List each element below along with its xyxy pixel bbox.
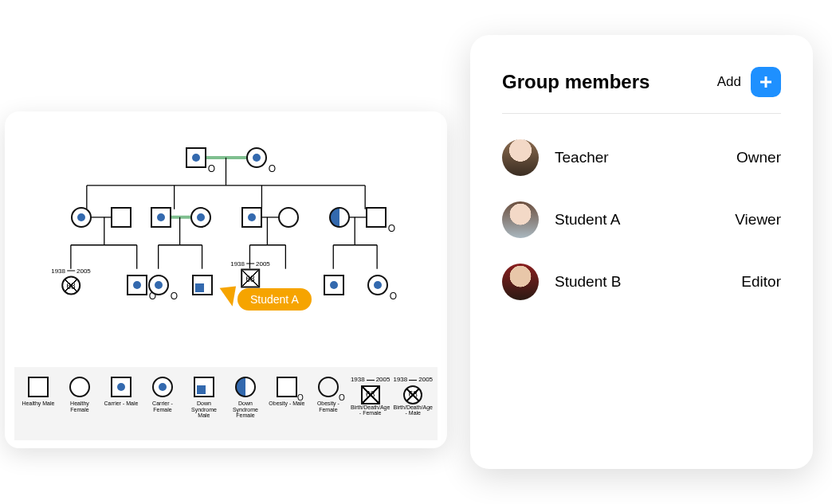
pedigree-node[interactable] <box>241 207 262 228</box>
legend-item[interactable]: 19382005 68 Birth/Death/Age - Female <box>351 377 390 416</box>
avatar <box>502 139 539 176</box>
add-label: Add <box>717 74 741 90</box>
born-year: 1938 <box>51 268 65 275</box>
legend-label: Birth/Death/Age - Male <box>394 404 433 416</box>
died-year: 2005 <box>256 260 270 268</box>
pedigree-node[interactable] <box>151 207 171 228</box>
legend-item[interactable]: Healthy Female <box>61 377 99 412</box>
member-row[interactable]: Student B Editor <box>502 251 781 313</box>
pedigree-node[interactable]: O <box>148 275 169 295</box>
legend-item[interactable]: OObesity - Female <box>309 377 347 412</box>
pedigree-diagram-card: O O O 19382005 68 O O 19382005 68 O Stud… <box>5 111 447 448</box>
pedigree-node[interactable] <box>190 207 211 228</box>
legend-item[interactable]: 19382005 68 Birth/Death/Age - Male <box>393 377 433 416</box>
avatar <box>502 201 539 238</box>
pedigree-tree: O O O 19382005 68 O O 19382005 68 O Stud… <box>19 134 433 341</box>
legend-label: Down Syndrome Male <box>191 400 217 418</box>
pedigree-node[interactable] <box>192 275 213 295</box>
cursor-label: Student A <box>237 288 312 311</box>
age-value: 68 <box>66 281 75 290</box>
pedigree-node[interactable]: O <box>186 147 206 168</box>
panel-title: Group members <box>502 71 717 93</box>
legend-item[interactable]: Carrier - Female <box>143 377 182 412</box>
legend-label: Carrier - Female <box>152 400 173 412</box>
member-name: Student B <box>555 273 741 291</box>
born-year: 1938 <box>230 260 245 268</box>
legend-item[interactable]: OObesity - Male <box>268 377 306 407</box>
legend-bar: Healthy Male Healthy Female Carrier - Ma… <box>14 367 438 440</box>
plus-icon <box>758 74 774 90</box>
legend-label: Obesity - Female <box>317 400 339 412</box>
member-name: Teacher <box>555 149 736 166</box>
member-role: Viewer <box>735 211 781 229</box>
legend-label: Healthy Male <box>22 400 55 406</box>
pedigree-node[interactable]: O <box>246 147 267 168</box>
member-name: Student A <box>555 211 735 229</box>
died-year: 2005 <box>77 268 91 275</box>
pedigree-node-birthdeath[interactable]: 19382005 68 <box>51 268 91 295</box>
avatar <box>502 264 539 300</box>
pedigree-node[interactable] <box>278 207 299 228</box>
member-role: Editor <box>741 273 781 291</box>
legend-item[interactable]: Down Syndrome Male <box>185 377 223 419</box>
member-row[interactable]: Student A Viewer <box>502 189 781 251</box>
legend-label: Down Syndrome Female <box>233 400 258 418</box>
collaborator-cursor: Student A <box>225 275 312 311</box>
pedigree-node[interactable]: O <box>366 207 387 228</box>
legend-label: Birth/Death/Age - Female <box>351 404 390 416</box>
pedigree-node[interactable]: O <box>367 275 388 295</box>
add-member-button[interactable] <box>751 67 781 97</box>
pedigree-node[interactable] <box>324 275 344 295</box>
pedigree-node[interactable] <box>71 207 92 228</box>
legend-item[interactable]: Healthy Male <box>19 377 57 407</box>
legend-label: Healthy Female <box>70 400 89 412</box>
pedigree-node[interactable] <box>329 207 350 228</box>
legend-item[interactable]: Down Syndrome Female <box>226 377 265 419</box>
pedigree-node[interactable]: O <box>127 275 147 295</box>
divider <box>502 113 781 114</box>
member-role: Owner <box>736 149 781 166</box>
pedigree-node[interactable] <box>111 207 131 228</box>
member-row[interactable]: Teacher Owner <box>502 127 781 189</box>
group-members-panel: Group members Add Teacher Owner Student … <box>470 35 813 469</box>
legend-item[interactable]: Carrier - Male <box>102 377 140 407</box>
legend-label: Carrier - Male <box>104 400 139 406</box>
